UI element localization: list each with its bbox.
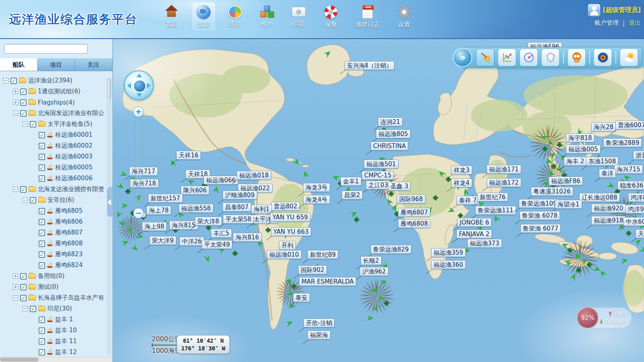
tree-group-label[interactable]: 太平洋金枪鱼(5) <box>47 120 92 128</box>
area-shield-button[interactable] <box>541 49 559 66</box>
vessel-label[interactable]: 福远渔918 <box>591 216 626 225</box>
tree-group-label[interactable]: 长海县獐子岛益丰水产有 <box>38 294 104 302</box>
tree-checkbox[interactable]: ✓ <box>39 251 45 258</box>
vessel-label[interactable]: JONOBE 6 <box>457 218 491 227</box>
vessel-label[interactable]: YAN YU 663 <box>271 227 311 236</box>
tab-follow[interactable]: 关注 <box>75 58 112 71</box>
tree-checkbox[interactable]: ✓ <box>39 349 45 356</box>
vessel-label[interactable]: 粤遂溪31026 <box>531 187 573 196</box>
collapse-toggle[interactable]: − <box>13 111 18 116</box>
tree-vessel-label[interactable]: 益丰 10 <box>55 327 77 334</box>
vessel-label[interactable]: 平太荣58 <box>223 215 254 224</box>
vessel-label[interactable]: 福远渔805 <box>376 130 411 138</box>
zoom-slider-track[interactable] <box>136 117 141 208</box>
tree-checkbox[interactable]: ✓ <box>39 154 45 160</box>
vessel-label[interactable]: 天荣 <box>636 229 644 238</box>
vessel-label[interactable]: 鸿洋88 <box>628 193 644 202</box>
tree-vessel-label[interactable]: 雁鸣6807 <box>55 229 83 237</box>
vessel-label[interactable]: 昌荣2 <box>342 191 363 200</box>
tree-checkbox[interactable]: ✓ <box>39 219 45 225</box>
vessel-label[interactable]: 沪渔962 <box>360 267 388 276</box>
account-management-link[interactable]: 账户管理 <box>594 19 619 27</box>
vessel-label[interactable]: 福荣海 <box>308 331 330 339</box>
pan-up-arrow[interactable] <box>136 74 142 77</box>
vessel-label[interactable]: 福远渔F86 <box>549 177 583 185</box>
vessel-label[interactable]: 海兴717 <box>129 167 158 176</box>
vessel-label[interactable]: 开欣-注销 <box>303 319 334 327</box>
vessel-label[interactable]: 海兴715 <box>614 165 643 174</box>
expand-toggle[interactable]: + <box>13 89 18 94</box>
tree-group-label[interactable]: 备用组(0) <box>38 272 64 280</box>
tree-checkbox[interactable]: ✓ <box>10 78 17 84</box>
vessel-label[interactable]: 荣大洋9 <box>149 236 176 245</box>
vessel-label[interactable]: 鲁荣远渔829 <box>371 245 411 254</box>
nav-item-monitor[interactable]: 监控 <box>192 2 215 30</box>
tree-vessel-label[interactable]: 桂远渔60005 <box>55 164 93 171</box>
tree-vessel-label[interactable]: 益丰 1 <box>55 316 73 323</box>
logout-link[interactable]: 退出 <box>629 19 641 27</box>
vessel-label[interactable]: 海利1 <box>251 205 272 214</box>
nav-item-fishing-log[interactable]: 渔捞日志 <box>352 2 383 30</box>
vessel-label[interactable]: 海丰 2 <box>564 157 586 166</box>
vessel-label[interactable]: 新世纪89 <box>308 250 338 259</box>
pan-down-arrow[interactable] <box>136 93 142 97</box>
expand-toggle[interactable]: + <box>13 284 18 290</box>
tree-checkbox[interactable]: ✓ <box>20 186 27 193</box>
collapse-toggle[interactable]: − <box>23 197 28 203</box>
vessel-label[interactable]: CMPC-15 <box>362 171 394 180</box>
tree-checkbox[interactable]: ✓ <box>30 306 36 312</box>
vessel-label[interactable]: YAN YU 659 <box>270 213 310 222</box>
pan-right-arrow[interactable] <box>147 83 151 88</box>
vessel-label[interactable]: 东渔1508 <box>586 157 618 166</box>
vessel-label[interactable]: 泰安 <box>293 293 310 302</box>
tree-group-label[interactable]: 1通信测试组(6) <box>38 88 80 95</box>
pan-center-globe[interactable] <box>134 80 145 92</box>
vessel-label[interactable]: 海上78 <box>147 206 171 215</box>
nav-item-settings[interactable]: 设置 <box>393 2 415 30</box>
pan-left-arrow[interactable] <box>127 83 131 88</box>
vessel-label[interactable]: 海兴28 <box>591 123 616 132</box>
vessel-label[interactable]: 新世纪157 <box>148 194 183 203</box>
tree-vessel-label[interactable]: 桂远渔60002 <box>55 142 93 150</box>
zoom-in-button[interactable]: + <box>133 107 144 117</box>
tree-group-label[interactable]: Flagships(4) <box>38 99 75 106</box>
vessel-label[interactable]: 鲁荣远渔111 <box>475 206 516 215</box>
expand-toggle[interactable]: + <box>13 100 18 105</box>
tree-group-label[interactable]: 安哥拉(6) <box>47 196 74 204</box>
vessel-label[interactable]: 福远渔373 <box>467 239 502 248</box>
tree-checkbox[interactable]: ✓ <box>39 262 45 269</box>
tab-project[interactable]: 项目 <box>37 58 75 71</box>
tree-vessel-label[interactable]: 桂远渔60006 <box>55 175 93 182</box>
tree-checkbox[interactable]: ✓ <box>39 338 45 345</box>
vessel-label[interactable]: 鲁荣渔2889 <box>603 138 642 147</box>
vessel-label[interactable]: 福远渔018 <box>237 171 271 180</box>
horizontal-scrollbar[interactable] <box>0 357 113 362</box>
vessel-label[interactable]: 辽长渔运088 <box>579 193 620 202</box>
vessel-label[interactable]: 金丰1 <box>341 177 361 186</box>
vessel-label[interactable]: 昌泰807 <box>223 203 251 212</box>
tree-checkbox[interactable]: ✓ <box>39 132 45 138</box>
vessel-label[interactable]: 祥龙4 <box>451 179 472 187</box>
nav-item-maintain[interactable]: 维护 <box>255 2 278 30</box>
vertical-scrollbar-thumb[interactable] <box>107 78 111 99</box>
vessel-label[interactable]: 普渔6007 <box>615 121 644 130</box>
vessel-label[interactable]: 沪顺渔809 <box>223 191 257 200</box>
vessel-label[interactable]: 海兴816 <box>233 233 262 242</box>
tree-checkbox[interactable]: ✓ <box>20 273 27 280</box>
vessel-label[interactable]: 之江03 <box>366 181 390 189</box>
vessel-label[interactable]: 连润21 <box>378 117 402 126</box>
tree-vessel-label[interactable]: 桂远渔60001 <box>55 131 93 139</box>
skull-alarm-button[interactable] <box>568 49 586 66</box>
vessel-label[interactable]: 平太荣49 <box>202 240 232 249</box>
broom-clean-button[interactable] <box>476 49 494 66</box>
track-chart-button[interactable] <box>498 49 516 66</box>
vessel-label[interactable]: 雁鸣6808 <box>398 219 430 228</box>
tree-checkbox[interactable]: ✓ <box>39 317 45 323</box>
vessel-label[interactable]: 安兴海Ⅱ（注销） <box>345 61 394 70</box>
vessel-label[interactable]: 隆兴606 <box>181 186 209 195</box>
tree-checkbox[interactable]: ✓ <box>39 241 45 247</box>
vessel-label[interactable]: 鲁荣渔 6078 <box>520 211 560 220</box>
vessel-label[interactable]: 稳发636 <box>617 181 644 190</box>
vessel-label[interactable]: 泰洋 <box>599 169 616 178</box>
nav-item-alarm[interactable]: 报警 <box>320 2 342 30</box>
